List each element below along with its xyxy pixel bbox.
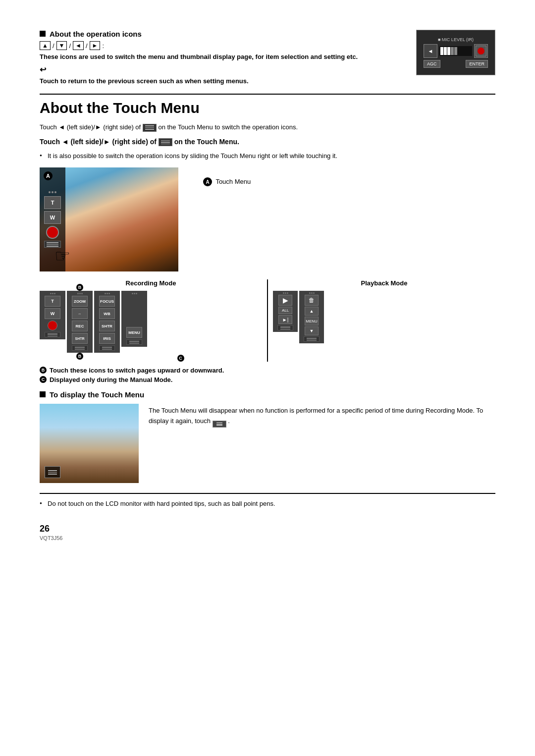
bullet-b: B Touch these icons to switch pages upwa… — [40, 367, 495, 374]
touch-menu-icon-inline2 — [159, 138, 172, 146]
b-label-bottom: B — [76, 353, 83, 360]
play-slider-1[interactable] — [277, 325, 293, 330]
mic-level-panel: ■ MIC LEVEL (IR) ◄ — [420, 33, 492, 72]
rec-slider-1[interactable] — [45, 332, 60, 337]
return-description: Touch to return to the previous screen s… — [40, 76, 416, 86]
to-display-section: The Touch Menu will disappear when no fu… — [40, 404, 495, 483]
b-label-top: B — [76, 284, 83, 291]
operation-icons-section: About the operation icons ▲ / ▼ / ◄ / ► … — [40, 30, 495, 89]
label-a-desc: Touch Menu — [215, 178, 251, 185]
main-image-box: T W A ☞ — [40, 167, 178, 271]
slash-sep3: / — [86, 42, 88, 50]
rec-slider-3[interactable] — [99, 345, 115, 351]
b-label-text: Touch these icons to switch pages upward… — [50, 367, 224, 374]
scene-bg — [40, 404, 139, 483]
slash-sep2: / — [69, 42, 71, 50]
menu-btn[interactable]: MENU — [126, 327, 142, 338]
circle-label-a: A — [203, 177, 212, 186]
mic-bar-area — [439, 46, 472, 56]
focus-swap-btn[interactable]: ↔ — [72, 308, 88, 319]
mic-bar-4 — [451, 47, 454, 55]
mic-bar-1 — [440, 47, 443, 55]
rec-record-btn[interactable] — [48, 321, 57, 330]
record-button[interactable] — [46, 226, 59, 239]
c-label-text: Displayed only during the Manual Mode. — [50, 376, 172, 383]
play-up-btn[interactable]: ▲ — [305, 307, 319, 316]
to-display-image — [40, 404, 139, 483]
touch-menu-icon-inline — [143, 124, 157, 132]
enter-button[interactable]: ENTER — [466, 60, 488, 68]
model-number: VQT3J56 — [40, 535, 495, 541]
up-icon: ▲ — [40, 41, 51, 50]
bottom-divider — [40, 493, 495, 494]
mic-right-btn[interactable] — [474, 44, 488, 58]
focus-btn[interactable]: FOCUS — [99, 296, 115, 307]
page-container: About the operation icons ▲ / ▼ / ◄ / ► … — [40, 30, 495, 541]
rec-t-btn[interactable]: T — [45, 296, 60, 307]
play-panel-1: ▶ ALL ►| — [273, 291, 298, 332]
play-icon-btn[interactable]: ▶ — [278, 295, 292, 306]
trash-btn[interactable]: 🗑 — [305, 295, 319, 306]
section-header: About the operation icons — [40, 30, 416, 38]
vertical-divider — [267, 279, 268, 362]
label-c: C — [99, 355, 262, 362]
playback-mode-title: Playback Mode — [273, 279, 495, 287]
final-bullet-text: Do not touch on the LCD monitor with har… — [40, 499, 495, 509]
recording-mode-section: Recording Mode T W — [40, 279, 262, 362]
rec-panel-1: T W — [40, 291, 65, 339]
to-display-title: To display the Touch Menu — [50, 390, 144, 399]
main-diagrams-row: T W A ☞ A — [40, 167, 495, 271]
left-icon: ◄ — [73, 41, 84, 50]
iris-btn[interactable]: IRIS — [99, 333, 115, 344]
intro-text: Touch ◄ (left side)/► (right side) of on… — [40, 122, 495, 132]
rec-panel-2-wrap: B ZOOM ↔ REC — [67, 291, 93, 353]
modes-row: Recording Mode T W — [40, 279, 495, 362]
icon-symbols-row: ▲ / ▼ / ◄ / ► : — [40, 41, 416, 50]
rec-panel-group: T W — [40, 291, 65, 339]
play-down-btn[interactable]: ▼ — [305, 326, 319, 335]
right-icon: ► — [90, 41, 101, 50]
rec-panel-4-wrap: MENU — [121, 291, 147, 347]
zoom-icon-btn[interactable]: ZOOM — [72, 296, 88, 307]
zoom-t-button[interactable]: T — [44, 196, 61, 209]
all-btn[interactable]: ALL — [278, 307, 292, 314]
to-display-marker — [40, 391, 46, 397]
shutter-btn[interactable]: SHTR — [72, 333, 88, 344]
mic-bottom-row: AGC ENTER — [424, 60, 488, 68]
play-menu-btn[interactable]: MENU — [305, 317, 319, 325]
icon-description: These icons are used to switch the menu … — [40, 52, 416, 62]
play-panel-2: 🗑 ▲ MENU ▼ — [299, 291, 324, 343]
mic-level-display: ■ MIC LEVEL (IR) ◄ — [416, 30, 495, 75]
operation-icons-title: About the operation icons — [50, 30, 142, 38]
rec-w-btn[interactable]: W — [45, 308, 60, 319]
playback-panel-area: ▶ ALL ►| — [273, 291, 495, 343]
mic-controls-row: ◄ — [424, 44, 488, 58]
hand-pointer-icon: ☞ — [54, 246, 70, 267]
shtr-btn2[interactable]: SHTR — [99, 321, 115, 331]
agc-button[interactable]: AGC — [424, 60, 440, 68]
play-next-btn[interactable]: ►| — [278, 315, 292, 324]
zoom-w-button[interactable]: W — [44, 211, 61, 224]
mic-bar-3 — [447, 47, 450, 55]
to-display-header: To display the Touch Menu — [40, 390, 495, 399]
mic-left-btn[interactable]: ◄ — [424, 44, 437, 58]
to-display-text-content: The Touch Menu will disappear when no fu… — [149, 407, 483, 425]
rec-panel-4: MENU — [121, 291, 147, 347]
recording-mode-title: Recording Mode — [40, 279, 262, 287]
play-slider-2[interactable] — [304, 336, 320, 342]
touch-instruction: Touch ◄ (left side)/► (right side) of on… — [40, 136, 495, 147]
period-text: . — [228, 417, 230, 425]
colon: : — [102, 42, 104, 50]
return-symbol: ↩ — [40, 65, 416, 74]
main-diagram: T W A ☞ — [40, 167, 178, 271]
operation-icons-content: About the operation icons ▲ / ▼ / ◄ / ► … — [40, 30, 416, 89]
rec-slider-4[interactable] — [126, 339, 142, 345]
rec-slider-2[interactable] — [72, 345, 88, 351]
slash-sep: / — [53, 42, 54, 50]
page-number: 26 — [40, 524, 495, 534]
rec-icon-btn[interactable]: REC — [72, 321, 88, 331]
rec-panel-3-wrap: FOCUS WB SHTR IRIS — [94, 291, 120, 353]
slide-bullet: It is also possible to switch the operat… — [40, 151, 495, 161]
rec-panel-2: ZOOM ↔ REC SHTR — [67, 291, 93, 353]
wb-btn[interactable]: WB — [99, 308, 115, 319]
